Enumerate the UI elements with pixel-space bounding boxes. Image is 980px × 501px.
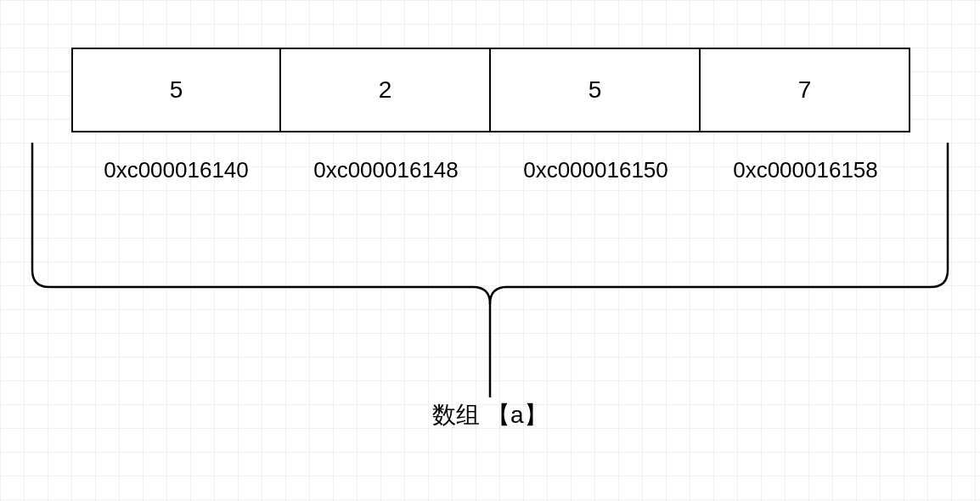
curly-brace [31, 143, 949, 304]
array-cells-row: 5 2 5 7 [71, 48, 910, 132]
array-cell: 2 [281, 48, 491, 132]
array-cell: 5 [491, 48, 701, 132]
array-cell: 5 [71, 48, 281, 132]
array-cell: 7 [701, 48, 910, 132]
array-label: 数组 【a】 [0, 399, 980, 431]
